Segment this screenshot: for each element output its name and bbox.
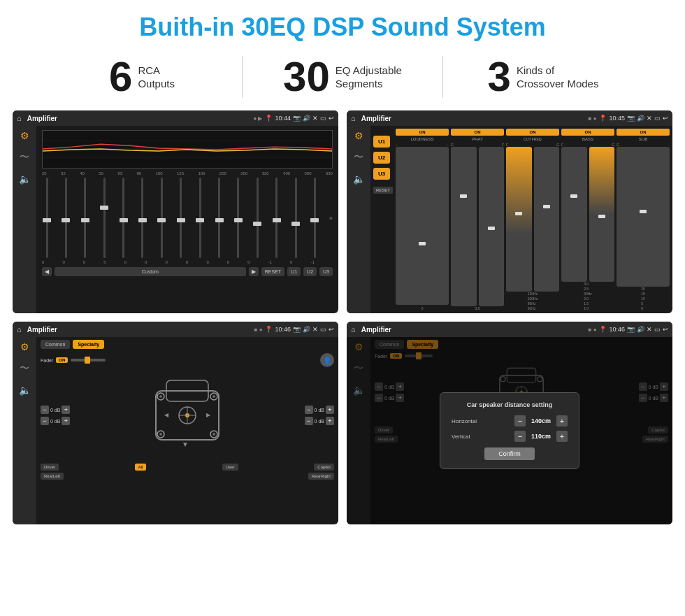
- screen-eq: ⌂ Amplifier ● ▶ 📍 10:44 📷 🔊 ✕ ▭ ↩ ⚙ 〜 🔈: [13, 110, 338, 313]
- cutfreq-on[interactable]: ON: [506, 129, 559, 136]
- speaker-icon[interactable]: 🔈: [19, 173, 31, 185]
- amp2-body: U1 U2 U3 RESET ON LOUDNESS ~~: [373, 129, 670, 310]
- eq-custom-button[interactable]: Custom: [55, 267, 246, 276]
- eq-icon-2[interactable]: ⚙: [354, 130, 363, 141]
- tr-plus[interactable]: +: [326, 406, 334, 414]
- speaker-icon-3[interactable]: 🔈: [19, 385, 31, 396]
- wave-icon[interactable]: 〜: [20, 151, 29, 164]
- eq-slider-0[interactable]: [42, 178, 52, 258]
- common-tab[interactable]: Common: [41, 340, 70, 349]
- eq-prev-button[interactable]: ◀: [42, 267, 52, 276]
- eq-slider-10[interactable]: [233, 178, 243, 258]
- tl-plus[interactable]: +: [62, 406, 70, 414]
- bot-right-db: − 0 dB +: [305, 417, 334, 425]
- eq-reset-button[interactable]: RESET: [261, 267, 284, 276]
- eq-slider-6[interactable]: [157, 178, 166, 258]
- cutfreq-tracks[interactable]: [506, 147, 559, 292]
- channel-phat: ON PHAT GF 3.0: [451, 129, 504, 310]
- u-buttons: U1 U2 U3 RESET: [373, 129, 393, 310]
- loudness-tracks[interactable]: [396, 147, 449, 305]
- home-icon-1[interactable]: ⌂: [17, 114, 22, 122]
- stat-crossover-label: Kinds ofCrossover Modes: [517, 64, 599, 91]
- bl-plus[interactable]: +: [62, 417, 70, 425]
- amp2-reset-button[interactable]: RESET: [373, 187, 393, 194]
- eq-slider-2[interactable]: [80, 178, 90, 258]
- screen2-content: ⚙ 〜 🔈 U1 U2 U3 RESET: [347, 126, 672, 313]
- vertical-ctrl: − 110cm +: [514, 431, 568, 442]
- home-icon-2[interactable]: ⌂: [351, 114, 356, 122]
- eq-slider-7[interactable]: [176, 178, 186, 258]
- u2-button[interactable]: U2: [373, 152, 390, 164]
- rect-icon-4: ▭: [654, 326, 661, 333]
- tr-minus[interactable]: −: [305, 406, 313, 414]
- sub-on[interactable]: ON: [616, 129, 670, 136]
- rearright-label[interactable]: RearRight: [308, 473, 334, 480]
- br-plus[interactable]: +: [326, 417, 334, 425]
- eq-slider-3[interactable]: [99, 178, 109, 258]
- svg-point-17: [212, 433, 215, 436]
- bl-minus[interactable]: −: [41, 417, 49, 425]
- eq-u3-button[interactable]: U3: [319, 267, 333, 276]
- phat-on[interactable]: ON: [451, 129, 504, 136]
- specialty-tab[interactable]: Specialty: [73, 340, 104, 349]
- all-label[interactable]: All: [135, 464, 147, 471]
- left-db-controls: − 0 dB + − 0 dB +: [41, 406, 70, 425]
- bass-tracks[interactable]: [561, 147, 614, 282]
- eq-slider-11[interactable]: [252, 178, 262, 258]
- wave-icon-2[interactable]: 〜: [354, 151, 363, 164]
- eq-next-button[interactable]: ▶: [249, 267, 259, 276]
- confirm-button[interactable]: Confirm: [484, 447, 535, 460]
- eq-slider-4[interactable]: [119, 178, 129, 258]
- driver-label[interactable]: Driver: [41, 464, 59, 471]
- fader-slider[interactable]: [71, 359, 106, 361]
- speaker-icon-2[interactable]: 🔈: [353, 173, 365, 185]
- user-btn-3[interactable]: User: [222, 464, 238, 471]
- expand-icon[interactable]: »: [329, 215, 333, 222]
- screen4-title: Amplifier: [361, 326, 586, 334]
- br-minus[interactable]: −: [305, 417, 313, 425]
- eq-u2-button[interactable]: U2: [303, 267, 317, 276]
- home-icon-4[interactable]: ⌂: [351, 325, 356, 334]
- eq-slider-12[interactable]: [272, 178, 282, 258]
- home-icon-3[interactable]: ⌂: [17, 325, 22, 334]
- dots-1: ● ▶: [253, 115, 262, 122]
- eq-icon-3[interactable]: ⚙: [20, 341, 29, 352]
- horizontal-plus[interactable]: +: [556, 415, 568, 427]
- sub-slider: G 20151050: [616, 143, 670, 310]
- x-icon-2: ✕: [647, 115, 652, 122]
- location-icon-2: 📍: [599, 115, 607, 122]
- x-icon-1: ✕: [312, 115, 318, 122]
- bot-left-db: − 0 dB +: [41, 417, 70, 425]
- channel-cutfreq: ON CUT FREQ FG 120Hz100Hz80Hz60Hz: [506, 129, 559, 310]
- loudness-on[interactable]: ON: [396, 129, 449, 136]
- copilot-label[interactable]: Copilot: [314, 464, 334, 471]
- eq-u1-button[interactable]: U1: [287, 267, 301, 276]
- fader-on-badge[interactable]: ON: [56, 357, 68, 363]
- vertical-plus[interactable]: +: [556, 431, 568, 442]
- eq-slider-5[interactable]: [138, 178, 147, 258]
- sub-bottom: 20151050: [641, 287, 645, 310]
- user-avatar[interactable]: 👤: [320, 353, 334, 367]
- location-icon-1: 📍: [265, 115, 273, 122]
- equalizer-icon[interactable]: ⚙: [20, 130, 29, 141]
- rearleft-label[interactable]: RearLeft: [41, 473, 64, 480]
- vertical-label: Vertical: [452, 434, 486, 440]
- u3-button[interactable]: U3: [373, 168, 390, 180]
- vertical-minus[interactable]: −: [514, 431, 526, 442]
- tl-minus[interactable]: −: [41, 406, 49, 414]
- wave-icon-3[interactable]: 〜: [20, 362, 29, 375]
- eq-slider-9[interactable]: [215, 178, 224, 258]
- horizontal-minus[interactable]: −: [514, 415, 526, 427]
- eq-graph: [42, 130, 333, 169]
- eq-slider-13[interactable]: [291, 178, 301, 258]
- u1-button[interactable]: U1: [373, 136, 390, 148]
- bass-on[interactable]: ON: [561, 129, 614, 136]
- loudness-bottom-nums: 0: [421, 306, 424, 310]
- eq-slider-8[interactable]: [195, 178, 205, 258]
- volume-icon-3: 🔊: [303, 326, 310, 333]
- eq-slider-1[interactable]: [61, 178, 71, 258]
- sub-tracks[interactable]: [616, 147, 670, 287]
- eq-slider-14[interactable]: [310, 178, 319, 258]
- camera-icon-1: 📷: [293, 115, 301, 122]
- phat-tracks[interactable]: [451, 147, 504, 306]
